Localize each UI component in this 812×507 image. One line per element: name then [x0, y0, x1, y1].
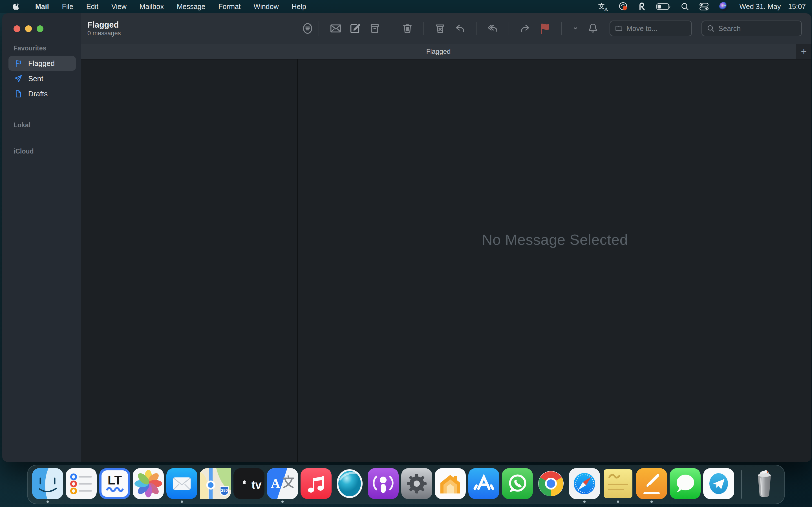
r-logo-icon[interactable] [638, 1, 647, 11]
close-button[interactable] [13, 25, 20, 32]
get-mail-button[interactable] [329, 21, 343, 36]
menu-window[interactable]: Window [247, 3, 285, 11]
junk-button[interactable] [433, 21, 447, 36]
new-tab-button[interactable]: + [796, 44, 811, 59]
dock-stickies-icon[interactable] [603, 468, 633, 503]
dock-maps-icon[interactable]: 280 [200, 468, 231, 503]
dock-podcasts-icon[interactable] [368, 468, 399, 503]
clock-date: Wed 31. May [740, 3, 781, 11]
dock-settings-icon[interactable] [401, 468, 432, 503]
sidebar-item-label: Flagged [28, 59, 55, 68]
mail-window: Favourites Flagged Sent [2, 13, 811, 462]
input-source-icon[interactable]: A [598, 1, 609, 11]
zoom-button[interactable] [37, 25, 43, 32]
reply-button[interactable] [453, 21, 467, 36]
move-to-input[interactable] [626, 24, 687, 33]
dock-music-icon[interactable] [301, 468, 332, 503]
svg-text:LT: LT [108, 473, 122, 487]
dock-orb-app-icon[interactable] [334, 468, 365, 503]
svg-text:A: A [271, 476, 280, 491]
sidebar-item-sent[interactable]: Sent [8, 71, 76, 86]
menubar-clock[interactable]: Wed 31. May 15:07 [740, 3, 806, 11]
control-center-icon[interactable] [699, 1, 709, 11]
apple-menu-icon[interactable] [11, 2, 21, 11]
battery-icon[interactable] [656, 1, 671, 11]
clock-time: 15:07 [788, 3, 806, 11]
mailbox-title: Flagged [87, 20, 121, 30]
sidebar: Favourites Flagged Sent [2, 13, 81, 462]
menu-view[interactable]: View [105, 3, 133, 11]
search-field[interactable] [702, 20, 802, 36]
tab-bar: Flagged + [81, 44, 811, 59]
window-controls [2, 13, 81, 32]
svg-text:280: 280 [221, 488, 228, 493]
dock-reminders-icon[interactable] [66, 468, 97, 503]
message-view-pane: No Message Selected [298, 59, 811, 462]
menu-edit[interactable]: Edit [80, 3, 105, 11]
dock-appletv-icon[interactable]: tv [234, 468, 264, 503]
dock-separator [741, 470, 742, 499]
toolbar: Flagged 0 messages [81, 13, 811, 44]
svg-text:tv: tv [252, 478, 262, 491]
reply-all-button[interactable] [486, 21, 500, 36]
filter-button[interactable] [301, 21, 315, 36]
dock-photos-icon[interactable] [133, 468, 164, 503]
sidebar-section-favourites: Favourites [2, 45, 81, 52]
dock-pages-icon[interactable] [636, 468, 667, 503]
menu-format[interactable]: Format [212, 3, 247, 11]
trash-button[interactable] [400, 21, 414, 36]
sidebar-item-label: Sent [28, 74, 43, 83]
sidebar-item-label: Drafts [28, 90, 48, 98]
flag-button[interactable] [538, 21, 552, 36]
search-input[interactable] [718, 24, 797, 33]
spotlight-icon[interactable] [680, 1, 689, 11]
svg-text:A: A [604, 6, 608, 11]
message-list-pane[interactable] [81, 59, 297, 462]
dock-appstore-icon[interactable] [468, 468, 499, 503]
mailbox-message-count: 0 messages [87, 30, 121, 37]
content-area: No Message Selected [81, 59, 811, 462]
sidebar-item-flagged[interactable]: Flagged [8, 56, 76, 71]
mailbox-title-block: Flagged 0 messages [87, 20, 121, 37]
no-message-selected-text: No Message Selected [482, 231, 628, 248]
sidebar-section-lokal[interactable]: Lokal [2, 121, 81, 129]
minimize-button[interactable] [25, 25, 32, 32]
flag-chevron-down-icon[interactable] [571, 21, 580, 36]
dock-telegram-icon[interactable] [703, 468, 734, 503]
dock: LT [27, 465, 785, 504]
circle-red-dot-icon[interactable] [619, 1, 628, 11]
dock-translate-icon[interactable]: A [267, 468, 298, 503]
dock-safari-icon[interactable] [569, 468, 600, 503]
dock-messages-icon[interactable] [670, 468, 701, 503]
dock-finder-icon[interactable] [32, 468, 63, 503]
main-area: Flagged 0 messages [81, 13, 811, 462]
document-icon [14, 90, 22, 98]
search-icon [707, 24, 715, 33]
flag-icon [14, 59, 22, 68]
sidebar-section-icloud[interactable]: iCloud [2, 148, 81, 155]
siri-icon[interactable] [719, 1, 729, 11]
paperplane-icon [14, 74, 22, 83]
compose-button[interactable] [348, 21, 362, 36]
dock-languagetool-icon[interactable]: LT [99, 468, 130, 503]
forward-button[interactable] [518, 21, 532, 36]
menu-mail[interactable]: Mail [29, 3, 56, 11]
archive-button[interactable] [368, 21, 382, 36]
move-to-field[interactable] [610, 20, 692, 36]
menu-help[interactable]: Help [285, 3, 312, 11]
folder-icon [615, 24, 623, 33]
menu-mailbox[interactable]: Mailbox [133, 3, 170, 11]
dock-mail-icon[interactable] [166, 468, 197, 503]
dock-home-icon[interactable] [435, 468, 466, 503]
dock-whatsapp-icon[interactable] [502, 468, 533, 503]
sidebar-item-drafts[interactable]: Drafts [8, 87, 76, 101]
menu-file[interactable]: File [56, 3, 80, 11]
menu-bar: Mail File Edit View Mailbox Message Form… [0, 0, 812, 13]
mute-bell-button[interactable] [586, 21, 600, 36]
tab-flagged[interactable]: Flagged [81, 44, 796, 59]
dock-trash-icon[interactable] [749, 468, 780, 503]
dock-chrome-icon[interactable] [536, 468, 566, 503]
menu-message[interactable]: Message [170, 3, 212, 11]
